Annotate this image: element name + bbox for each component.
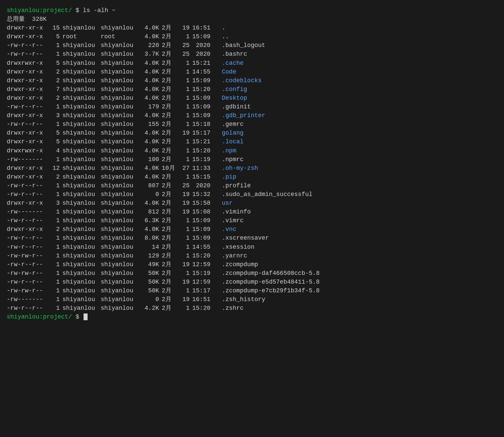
day: 1 bbox=[178, 225, 190, 234]
time: 2020 bbox=[192, 41, 219, 50]
day: 19 bbox=[178, 260, 190, 269]
perms: -rw-r--r-- bbox=[7, 243, 44, 251]
size: 4.0K bbox=[139, 111, 159, 120]
owner: shiyanlou bbox=[62, 102, 99, 111]
size: 14 bbox=[139, 243, 159, 251]
owner: shiyanlou bbox=[62, 278, 99, 286]
time: 15:18 bbox=[192, 120, 219, 129]
filename: .local bbox=[222, 137, 244, 146]
size: 4.0K bbox=[139, 129, 159, 137]
month: 2月 bbox=[162, 129, 175, 137]
month: 2月 bbox=[162, 94, 175, 102]
perms: -rw-r--r-- bbox=[7, 304, 44, 312]
perms: -rw-rw-r-- bbox=[7, 251, 44, 260]
size: 4.0K bbox=[139, 225, 159, 234]
table-row: -rw-r--r-- 1shiyanloushiyanlou3.7K2月25 2… bbox=[7, 50, 497, 58]
table-row: -rw-r--r-- 1shiyanloushiyanlou 1552月 115… bbox=[7, 120, 497, 129]
day: 1 bbox=[178, 234, 190, 242]
time: 15:21 bbox=[192, 137, 219, 146]
table-row: -rw-r--r-- 1shiyanloushiyanlou 1792月 115… bbox=[7, 102, 497, 111]
links: 1 bbox=[46, 190, 60, 199]
group: shiyanlou bbox=[101, 41, 138, 50]
table-row: -rw------- 1shiyanloushiyanlou 8122月1915… bbox=[7, 207, 497, 216]
month: 2月 bbox=[162, 286, 175, 295]
perms: -rw-r--r-- bbox=[7, 260, 44, 269]
size: 179 bbox=[139, 102, 159, 111]
group: shiyanlou bbox=[101, 129, 138, 137]
owner: shiyanlou bbox=[62, 199, 99, 207]
time: 15:19 bbox=[192, 269, 219, 278]
perms: -rw-r--r-- bbox=[7, 120, 44, 129]
owner: shiyanlou bbox=[62, 137, 99, 146]
month: 2月 bbox=[162, 278, 175, 286]
time: 15:20 bbox=[192, 251, 219, 260]
owner: shiyanlou bbox=[62, 251, 99, 260]
day: 1 bbox=[178, 94, 190, 102]
group: shiyanlou bbox=[101, 76, 138, 85]
time: 15:09 bbox=[192, 234, 219, 242]
table-row: -rw------- 1shiyanloushiyanlou 1002月 115… bbox=[7, 155, 497, 164]
table-row: -rw-r--r-- 1shiyanloushiyanlou 2202月25 2… bbox=[7, 41, 497, 50]
table-row: drwxr-xr-x 3shiyanloushiyanlou4.0K2月1915… bbox=[7, 199, 497, 207]
perms: drwxr-xr-x bbox=[7, 199, 44, 207]
terminal: shiyanlou:project/ $ ls -alh ~ 总用量 328K … bbox=[7, 6, 497, 321]
owner: shiyanlou bbox=[62, 225, 99, 234]
owner: shiyanlou bbox=[62, 216, 99, 225]
perms: -rw-r--r-- bbox=[7, 102, 44, 111]
group: shiyanlou bbox=[101, 295, 138, 304]
day: 1 bbox=[178, 304, 190, 312]
month: 2月 bbox=[162, 304, 175, 312]
prompt-dollar: $ bbox=[72, 6, 83, 15]
month: 2月 bbox=[162, 190, 175, 199]
month: 2月 bbox=[162, 251, 175, 260]
perms: drwxr-xr-x bbox=[7, 23, 44, 32]
time: 15:09 bbox=[192, 32, 219, 41]
day: 1 bbox=[178, 286, 190, 295]
month: 2月 bbox=[162, 41, 175, 50]
filename: .gdb_printer bbox=[222, 111, 265, 120]
table-row: drwxr-xr-x 3shiyanloushiyanlou4.0K2月 115… bbox=[7, 111, 497, 120]
owner: shiyanlou bbox=[62, 181, 99, 190]
time: 15:09 bbox=[192, 76, 219, 85]
month: 2月 bbox=[162, 111, 175, 120]
owner: shiyanlou bbox=[62, 67, 99, 76]
filename: .cache bbox=[222, 59, 244, 67]
filename: .bash_logout bbox=[222, 41, 265, 50]
owner: shiyanlou bbox=[62, 173, 99, 181]
owner: shiyanlou bbox=[62, 120, 99, 129]
filename: .gemrc bbox=[222, 120, 244, 129]
final-prompt-line: shiyanlou:project/ $ bbox=[7, 312, 497, 321]
perms: -rw-r--r-- bbox=[7, 278, 44, 286]
day: 19 bbox=[178, 129, 190, 137]
links: 1 bbox=[46, 286, 60, 295]
day: 1 bbox=[178, 59, 190, 67]
filename: .xscreensaver bbox=[222, 234, 269, 242]
month: 2月 bbox=[162, 50, 175, 58]
size: 4.0K bbox=[139, 32, 159, 41]
month: 2月 bbox=[162, 181, 175, 190]
table-row: -rw-r--r-- 1shiyanloushiyanlou6.3K2月 115… bbox=[7, 216, 497, 225]
table-row: drwxr-xr-x 2shiyanloushiyanlou4.0K2月 115… bbox=[7, 76, 497, 85]
table-row: drwxr-xr-x15shiyanloushiyanlou4.0K2月1916… bbox=[7, 23, 497, 32]
filename: .zcompdump-e7cb29f1b34f-5.8 bbox=[222, 286, 320, 295]
month: 2月 bbox=[162, 269, 175, 278]
filename: .pip bbox=[222, 173, 236, 181]
time: 15:09 bbox=[192, 94, 219, 102]
time: 16:51 bbox=[192, 23, 219, 32]
table-row: drwxr-xr-x 2shiyanloushiyanlou4.0K2月 114… bbox=[7, 67, 497, 76]
final-prompt-text: shiyanlou:project/ bbox=[7, 312, 72, 321]
table-row: drwxr-xr-x 2shiyanloushiyanlou4.0K2月 115… bbox=[7, 225, 497, 234]
links: 1 bbox=[46, 295, 60, 304]
time: 15:21 bbox=[192, 59, 219, 67]
links: 3 bbox=[46, 111, 60, 120]
perms: -rw-r--r-- bbox=[7, 50, 44, 58]
perms: drwxr-xr-x bbox=[7, 32, 44, 41]
time: 14:55 bbox=[192, 67, 219, 76]
owner: shiyanlou bbox=[62, 146, 99, 155]
table-row: drwxr-xr-x 7shiyanloushiyanlou4.0K2月 115… bbox=[7, 85, 497, 94]
group: shiyanlou bbox=[101, 164, 138, 173]
day: 1 bbox=[178, 76, 190, 85]
links: 1 bbox=[46, 243, 60, 251]
links: 15 bbox=[46, 23, 60, 32]
perms: -rw-r--r-- bbox=[7, 181, 44, 190]
